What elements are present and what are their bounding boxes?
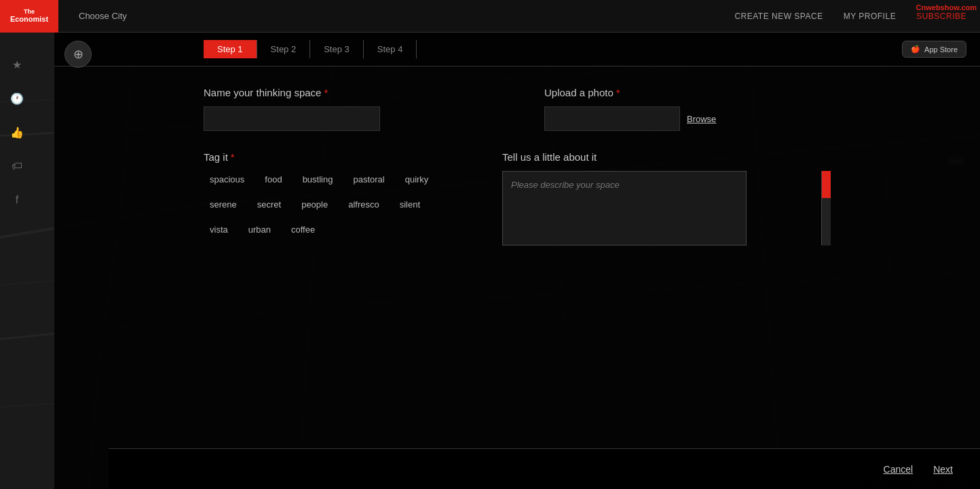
subscribe-link[interactable]: SUBSCRIBE — [916, 12, 966, 21]
logo-line2: Economist — [10, 15, 48, 24]
tag-people[interactable]: people — [295, 196, 334, 213]
logo[interactable]: The Economist — [0, 0, 58, 33]
map-compass[interactable]: ⊕ — [64, 41, 92, 68]
thumbs-up-icon[interactable]: 👍 — [7, 122, 27, 142]
upload-row: Browse — [544, 106, 831, 131]
app-store-icon: 🍎 — [911, 45, 920, 54]
tag-urban[interactable]: urban — [242, 221, 277, 238]
choose-city[interactable]: Choose City — [79, 11, 127, 21]
tag-spacious[interactable]: spacious — [204, 171, 250, 188]
tag-pastoral[interactable]: pastoral — [347, 171, 390, 188]
steps-bar: Step 1 Step 2 Step 3 Step 4 — [54, 33, 980, 66]
sidebar-icons: ★ 🕐 👍 🏷 f — [7, 54, 27, 210]
app-store-badge[interactable]: 🍎 App Store — [902, 41, 966, 58]
create-new-space-link[interactable]: CREATE NEW SPACE — [734, 12, 823, 21]
upload-input[interactable] — [544, 106, 680, 131]
star-icon[interactable]: ★ — [7, 54, 27, 75]
logo-line1: The — [24, 8, 35, 16]
name-input[interactable] — [204, 106, 380, 131]
tag-icon[interactable]: 🏷 — [7, 156, 27, 176]
form-row-1: Name your thinking space* Upload a photo… — [204, 87, 831, 131]
name-group: Name your thinking space* — [204, 87, 490, 131]
tag-food[interactable]: food — [259, 171, 288, 188]
upload-group: Upload a photo* Browse — [544, 87, 831, 131]
scrollbar-thumb — [822, 171, 831, 198]
tag-serene[interactable]: serene — [204, 196, 243, 213]
tags-container: spacious food bustling pastoral quirky s… — [204, 171, 448, 238]
textarea-scrollbar[interactable] — [821, 171, 831, 246]
app-store-label: App Store — [924, 45, 958, 54]
tag-coffee[interactable]: coffee — [285, 221, 321, 238]
my-profile-link[interactable]: MY PROFILE — [844, 12, 896, 21]
step-4[interactable]: Step 4 — [364, 40, 417, 58]
tag-quirky[interactable]: quirky — [399, 171, 435, 188]
next-button[interactable]: Next — [933, 464, 953, 475]
description-label: Tell us a little about it — [502, 151, 831, 163]
form-row-2: Tag it* spacious food bustling pastoral … — [204, 151, 831, 252]
top-navigation: The Economist Choose City CREATE NEW SPA… — [0, 0, 980, 33]
clock-icon[interactable]: 🕐 — [7, 88, 27, 109]
name-label: Name your thinking space* — [204, 87, 490, 98]
tag-silent[interactable]: silent — [394, 196, 426, 213]
form-content: Name your thinking space* Upload a photo… — [54, 66, 980, 292]
browse-button[interactable]: Browse — [687, 114, 716, 124]
description-textarea[interactable] — [502, 171, 747, 246]
tag-alfresco[interactable]: alfresco — [342, 196, 385, 213]
step-2[interactable]: Step 2 — [257, 40, 311, 58]
step-1[interactable]: Step 1 — [204, 40, 257, 58]
cancel-button[interactable]: Cancel — [884, 464, 913, 475]
facebook-icon[interactable]: f — [7, 190, 27, 210]
tag-secret[interactable]: secret — [251, 196, 287, 213]
upload-label: Upload a photo* — [544, 87, 831, 98]
form-overlay: Step 1 Step 2 Step 3 Step 4 Name your th… — [54, 33, 980, 489]
watermark: Cnwebshow.com — [916, 3, 977, 12]
tag-section: Tag it* spacious food bustling pastoral … — [204, 151, 448, 238]
textarea-wrapper — [502, 171, 831, 248]
step-3[interactable]: Step 3 — [310, 40, 364, 58]
description-section: Tell us a little about it — [502, 151, 831, 252]
tag-bustling[interactable]: bustling — [297, 171, 339, 188]
tag-label: Tag it* — [204, 151, 448, 163]
bottom-bar: Cancel Next — [109, 448, 980, 489]
tag-vista[interactable]: vista — [204, 221, 234, 238]
nav-right: CREATE NEW SPACE MY PROFILE SUBSCRIBE — [734, 12, 980, 21]
